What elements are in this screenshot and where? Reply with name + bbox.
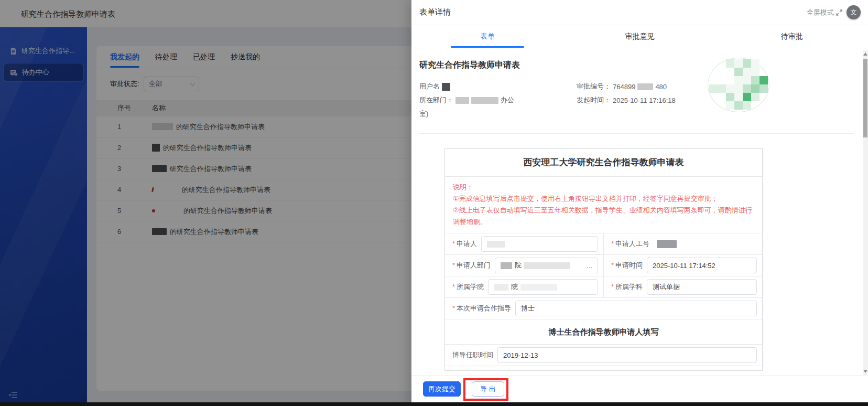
form-notes: 说明： ①完成信息填写后点击提交，使用右上角按钮导出文档并打印，经签字同意再提交… (445, 176, 762, 233)
employee-no-value[interactable] (654, 240, 757, 248)
form-info-section: 研究生合作指导教师申请表 用户名 审批编号：764899480 所在部门：办公 … (419, 48, 853, 134)
scrollbar-thumb[interactable] (863, 59, 867, 137)
resubmit-button[interactable]: 再次提交 (423, 381, 461, 397)
form-info-title: 研究生合作指导教师申请表 (419, 60, 520, 71)
tab-to-approve[interactable]: 待审批 (716, 25, 868, 48)
translate-icon[interactable]: 文 (847, 5, 861, 19)
applicant-label: 申请人 (457, 240, 477, 248)
drawer-footer: 再次提交 导 出 (411, 375, 868, 402)
drawer-header: 表单详情 全屏模式 文 (411, 0, 868, 25)
expand-icon (836, 9, 842, 16)
department-label: 申请人部门 (457, 261, 491, 269)
discipline-input[interactable]: 测试单据 (647, 279, 757, 295)
department-meta: 所在部门：办公 (419, 95, 514, 105)
doctoral-section-title: 博士生合作指导教师申请人填写 (445, 319, 762, 344)
discipline-label: 所属学科 (615, 283, 643, 291)
export-button[interactable]: 导 出 (472, 381, 504, 397)
drawer-title: 表单详情 (419, 7, 451, 17)
apply-time-label: 申请时间 (615, 261, 643, 269)
apply-time-input[interactable]: 2025-10-11 17:14:52 (647, 258, 757, 273)
scroll-up-arrow[interactable] (863, 52, 867, 56)
application-form-card: 西安理工大学研究生合作指导教师申请表 说明： ①完成信息填写后点击提交，使用右上… (444, 148, 763, 371)
apply-type-input[interactable]: 博士 (515, 301, 757, 316)
college-label: 所属学院 (457, 283, 484, 291)
bottom-edge-strip (0, 402, 868, 406)
scroll-down-arrow[interactable] (863, 370, 867, 373)
panel-scrollbar[interactable] (863, 50, 868, 375)
modal-dim-overlay[interactable] (0, 0, 411, 406)
fullscreen-button[interactable]: 全屏模式 (807, 8, 842, 17)
form-title: 西安理工大学研究生合作指导教师申请表 (445, 149, 762, 176)
ellipsis-more: ... (587, 262, 592, 270)
apply-type-label: 本次申请合作指导 (457, 304, 511, 312)
department-meta-wrap: 室) (419, 109, 428, 119)
fullscreen-label: 全屏模式 (807, 8, 834, 17)
tenure-time-input[interactable]: 2019-12-13 (497, 347, 757, 363)
tab-approval-comments[interactable]: 审批意见 (563, 25, 715, 48)
drawer-tabs: 表单 审批意见 待审批 (411, 25, 868, 48)
clipped-next-row (445, 366, 762, 370)
username-meta: 用户名 (419, 82, 450, 91)
redacted-seal-image (708, 58, 769, 112)
form-detail-drawer: 表单详情 全屏模式 文 表单 审批意见 待审批 研究生合作指导教师申请表 用户名… (411, 0, 868, 406)
approval-no-meta: 审批编号：764899480 (577, 82, 667, 91)
tenure-time-label: 博导任职时间 (452, 351, 493, 359)
applicant-input[interactable] (481, 236, 598, 252)
employee-no-label: 申请人工号 (615, 240, 649, 248)
department-input[interactable]: 院 ... (495, 258, 598, 273)
college-input[interactable]: 院 (488, 279, 598, 295)
start-time-meta: 发起时间：2025-10-11 17:16:18 (577, 95, 676, 105)
tab-form[interactable]: 表单 (411, 25, 563, 48)
